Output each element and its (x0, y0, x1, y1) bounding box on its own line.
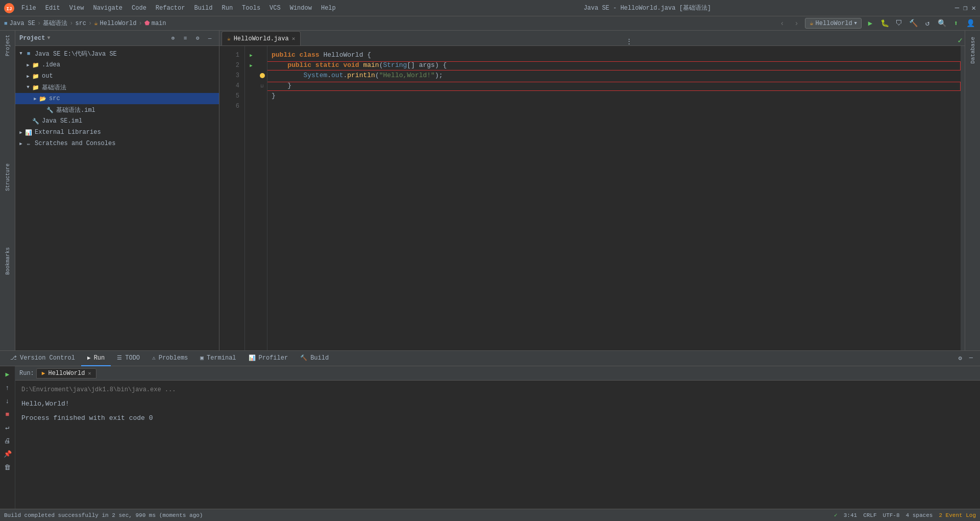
account-button[interactable]: 👤 (965, 18, 976, 29)
menu-tools[interactable]: Tools (238, 3, 264, 13)
maximize-button[interactable]: ❐ (963, 4, 967, 12)
code-editor[interactable]: 1 2 3 4 5 6 ▶ ▶ (219, 46, 965, 350)
update-button[interactable]: ⬆ (950, 18, 962, 29)
run-button[interactable]: ▶ (865, 18, 876, 29)
breadcrumb-jiyufa[interactable]: 基础语法 (43, 19, 67, 28)
run-restart-btn[interactable]: ▶ (2, 368, 14, 381)
bottom-tab-todo[interactable]: ☰ TODO (111, 351, 146, 366)
menu-run[interactable]: Run (217, 3, 237, 13)
run-delete-btn[interactable]: 🗑 (2, 461, 14, 473)
expand-arrow-java-se[interactable]: ▼ (17, 50, 24, 57)
run-gutter-1[interactable]: ▶ (250, 53, 252, 58)
menu-refactor[interactable]: Refactor (152, 3, 189, 13)
breakpoint-4[interactable]: ⊔ (257, 81, 267, 91)
menu-file[interactable]: File (17, 3, 40, 13)
bottom-hide-btn[interactable]: — (966, 354, 976, 362)
breadcrumb-java-se[interactable]: Java SE (10, 20, 35, 27)
run-wrap-btn[interactable]: ↵ (2, 421, 14, 434)
search-button[interactable]: 🔍 (936, 18, 947, 29)
run-stop-btn[interactable]: ■ (2, 408, 14, 420)
breakpoint-5[interactable] (257, 91, 267, 101)
status-indent[interactable]: 4 spaces (906, 512, 933, 518)
status-line-endings[interactable]: CRLF (863, 512, 876, 518)
build-button[interactable]: 🔨 (908, 18, 919, 29)
tree-item-scratches[interactable]: ▶ ✏ Scratches and Consoles (15, 138, 219, 149)
expand-arrow-scratches[interactable]: ▶ (17, 140, 24, 147)
panel-dropdown-icon[interactable]: ▼ (47, 35, 50, 41)
tree-item-jiyufa-iml[interactable]: ▶ 🔧 基础语法.iml (15, 104, 219, 115)
menu-build[interactable]: Build (190, 3, 216, 13)
menu-view[interactable]: View (65, 3, 88, 13)
expand-arrow-out[interactable]: ▶ (24, 73, 32, 80)
tree-item-java-se-iml[interactable]: ▶ 🔧 Java SE.iml (15, 115, 219, 127)
tree-item-jiyufa[interactable]: ▼ 📁 基础语法 (15, 82, 219, 93)
reload-button[interactable]: ↺ (922, 18, 933, 29)
run-scroll-down-btn[interactable]: ↓ (2, 395, 14, 407)
bottom-tab-build[interactable]: 🔨 Build (294, 351, 335, 366)
run-scroll-up-btn[interactable]: ↑ (2, 382, 14, 394)
gutter-4[interactable] (245, 81, 257, 91)
sidebar-bookmarks-icon[interactable]: Bookmarks (1, 245, 14, 277)
status-position[interactable]: 3:41 (844, 512, 857, 518)
bottom-tab-profiler[interactable]: 📊 Profiler (242, 351, 295, 366)
run-gutter-2[interactable]: ▶ (250, 63, 252, 68)
back-button[interactable]: ‹ (776, 18, 788, 29)
expand-arrow-jiyufa[interactable]: ▼ (24, 84, 32, 91)
status-event-log[interactable]: 2 Event Log (939, 512, 976, 518)
panel-hide-btn[interactable]: — (205, 33, 215, 43)
panel-settings-btn[interactable]: ⚙ (192, 33, 203, 43)
run-config[interactable]: ☕ HelloWorld ▼ (805, 18, 862, 29)
bottom-tab-problems[interactable]: ⚠ Problems (146, 351, 194, 366)
debug-button[interactable]: 🐛 (879, 18, 890, 29)
menu-window[interactable]: Window (286, 3, 316, 13)
breakpoint-1[interactable] (257, 50, 267, 60)
window-controls[interactable]: — ❐ ✕ (955, 4, 976, 12)
menu-edit[interactable]: Edit (41, 3, 64, 13)
code-content[interactable]: public class HelloWorld { public static … (267, 46, 961, 350)
tree-item-idea[interactable]: ▶ 📁 .idea (15, 59, 219, 70)
tab-close-button[interactable]: ✕ (292, 35, 296, 42)
bottom-tab-version-control[interactable]: ⎇ Version Control (4, 351, 81, 366)
breadcrumb-main[interactable]: main (152, 20, 166, 27)
menu-navigate[interactable]: Navigate (89, 3, 127, 13)
menu-code[interactable]: Code (128, 3, 151, 13)
breakpoint-3[interactable] (257, 70, 267, 81)
bottom-tab-terminal[interactable]: ▣ Terminal (194, 351, 242, 366)
status-encoding[interactable]: UTF-8 (883, 512, 900, 518)
close-button[interactable]: ✕ (972, 4, 976, 12)
tree-item-src[interactable]: ▶ 📂 src (15, 93, 219, 104)
editor-tab-helloworld[interactable]: ☕ HelloWorld.java ✕ (222, 31, 301, 45)
minimize-button[interactable]: — (955, 4, 959, 12)
editor-scrollbar[interactable] (961, 46, 965, 350)
tree-item-ext-libs[interactable]: ▶ 📊 External Libraries (15, 127, 219, 138)
panel-locate-btn[interactable]: ⊕ (168, 33, 178, 43)
tree-item-out[interactable]: ▶ 📁 out (15, 70, 219, 82)
sidebar-structure-icon[interactable]: Structure (1, 161, 14, 193)
expand-arrow-src[interactable]: ▶ (32, 95, 39, 102)
breakpoint-2[interactable] (257, 60, 267, 70)
run-tab-helloworld[interactable]: ▶ HelloWorld ✕ (36, 368, 97, 378)
forward-button[interactable]: › (791, 18, 802, 29)
gutter-1[interactable]: ▶ (245, 50, 257, 60)
run-path: D:\Enviroment\java\jdk1.8\bin\java.exe .… (21, 385, 974, 395)
expand-arrow-ext-libs[interactable]: ▶ (17, 129, 24, 136)
run-print-btn[interactable]: 🖨 (2, 435, 14, 447)
panel-collapse-btn[interactable]: ≡ (180, 33, 190, 43)
menu-vcs[interactable]: VCS (265, 3, 285, 13)
gutter-2[interactable]: ▶ (245, 60, 257, 70)
menu-bar[interactable]: File Edit View Navigate Code Refactor Bu… (17, 3, 340, 13)
expand-arrow-idea[interactable]: ▶ (24, 61, 32, 68)
bottom-settings-btn[interactable]: ⚙ (955, 354, 965, 362)
tree-item-java-se[interactable]: ▼ ■ Java SE E:\代码\Java SE (15, 48, 219, 59)
breadcrumb-src[interactable]: src (75, 20, 86, 27)
run-pin-btn[interactable]: 📌 (2, 448, 14, 460)
bottom-tab-run[interactable]: ▶ Run (81, 351, 111, 366)
menu-help[interactable]: Help (317, 3, 340, 13)
sidebar-project-icon[interactable]: Project (1, 33, 14, 58)
right-tab-database[interactable]: Database (967, 33, 979, 68)
coverage-button[interactable]: ⛉ (893, 18, 904, 29)
breadcrumb-helloworld[interactable]: HelloWorld (100, 20, 136, 27)
run-tab-close[interactable]: ✕ (88, 370, 91, 376)
tabs-more-button[interactable]: ⋮ (623, 37, 635, 45)
breakpoint-6[interactable] (257, 101, 267, 111)
